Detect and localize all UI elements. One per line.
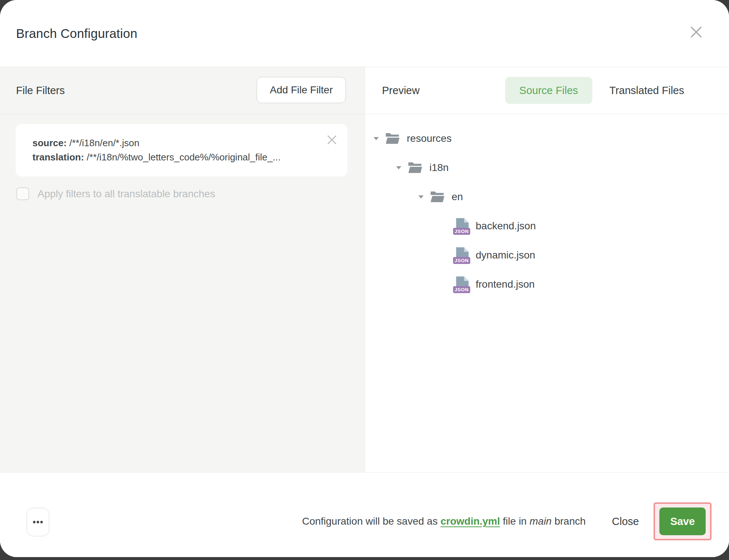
filter-source-line: source: /**/i18n/en/*.json [32, 136, 322, 150]
preview-heading: Preview [382, 85, 420, 97]
tree-label: i18n [429, 162, 449, 174]
close-dialog-button[interactable] [689, 25, 703, 39]
dialog-header: Branch Configuration [0, 0, 729, 67]
save-button[interactable]: Save [659, 508, 706, 535]
close-button[interactable]: Close [612, 516, 639, 528]
tab-source-files[interactable]: Source Files [505, 77, 592, 104]
apply-filters-row: Apply filters to all translatable branch… [16, 187, 364, 200]
footer-actions: Configuration will be saved as crowdin.y… [302, 502, 712, 540]
message-prefix: Configuration will be saved as [302, 516, 441, 527]
folder-open-icon [407, 162, 423, 174]
folder-open-icon [429, 191, 445, 203]
branch-name: main [530, 516, 552, 527]
apply-filters-label: Apply filters to all translatable branch… [38, 188, 215, 200]
file-filter-card[interactable]: source: /**/i18n/en/*.json translation: … [16, 124, 347, 176]
remove-filter-x-icon [327, 135, 337, 145]
json-file-icon: JSON [453, 218, 471, 235]
file-filters-heading: File Filters [16, 85, 65, 97]
branch-configuration-dialog: Branch Configuration File Filters Add Fi… [0, 0, 729, 557]
dialog-title: Branch Configuration [16, 26, 137, 41]
json-badge: JSON [453, 228, 470, 235]
tree-label: backend.json [476, 220, 536, 232]
caret-down-icon[interactable] [418, 195, 424, 199]
file-tree: resources i18n [365, 114, 729, 299]
tree-label: dynamic.json [476, 249, 535, 261]
dialog-footer: Configuration will be saved as crowdin.y… [0, 472, 729, 557]
json-file-icon: JSON [453, 247, 471, 264]
ellipsis-icon [33, 521, 43, 524]
tree-row-resources[interactable]: resources [365, 124, 729, 153]
more-options-button[interactable] [27, 508, 49, 536]
filter-source-label: source: [32, 137, 67, 148]
tab-translated-files[interactable]: Translated Files [595, 77, 698, 104]
filter-translation-line: translation: /**/i18n/%two_letters_code%… [32, 150, 322, 164]
filter-translation-label: translation: [32, 152, 84, 163]
filter-translation-value: /**/i18n/%two_letters_code%/%original_fi… [87, 152, 281, 163]
tree-label: frontend.json [476, 279, 535, 290]
preview-header: Preview Source Files Translated Files [365, 67, 729, 114]
preview-panel: Preview Source Files Translated Files [365, 67, 729, 472]
file-filters-panel: File Filters Add File Filter source: /**… [0, 67, 365, 472]
crowdin-yml-link[interactable]: crowdin.yml [440, 516, 500, 527]
caret-down-icon[interactable] [395, 166, 402, 170]
save-button-highlight: Save [654, 502, 712, 540]
json-badge: JSON [453, 286, 470, 293]
json-file-icon: JSON [453, 276, 471, 293]
filter-source-value: /**/i18n/en/*.json [69, 137, 139, 148]
file-filters-body: source: /**/i18n/en/*.json translation: … [0, 114, 364, 200]
tree-row-i18n[interactable]: i18n [365, 153, 729, 182]
message-middle: file in [500, 516, 530, 527]
tree-label: en [452, 191, 463, 203]
folder-open-icon [385, 132, 401, 145]
caret-down-icon[interactable] [373, 136, 379, 141]
tree-row-frontend-json[interactable]: JSON frontend.json [365, 270, 729, 299]
json-badge: JSON [453, 257, 470, 264]
save-location-message: Configuration will be saved as crowdin.y… [302, 516, 586, 527]
tree-row-dynamic-json[interactable]: JSON dynamic.json [365, 241, 729, 270]
remove-filter-button[interactable] [326, 134, 337, 145]
add-file-filter-button[interactable]: Add File Filter [257, 77, 346, 103]
message-suffix: branch [551, 516, 585, 527]
apply-filters-checkbox[interactable] [16, 187, 29, 200]
dialog-content: File Filters Add File Filter source: /**… [0, 67, 729, 472]
close-icon [690, 26, 702, 38]
tree-row-backend-json[interactable]: JSON backend.json [365, 211, 729, 241]
file-filters-header: File Filters Add File Filter [0, 67, 364, 114]
tree-row-en[interactable]: en [365, 182, 729, 211]
tree-label: resources [407, 133, 452, 144]
